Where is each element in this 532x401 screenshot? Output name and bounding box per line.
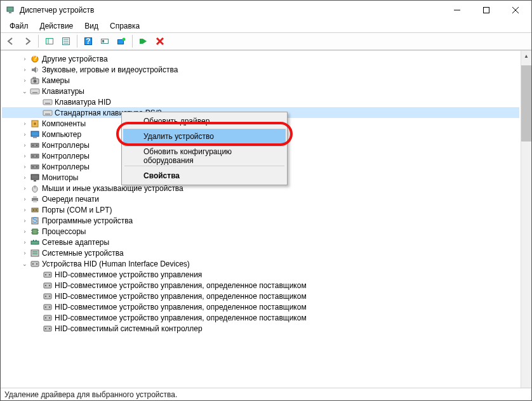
expand-icon[interactable]: › [20,164,30,170]
svg-rect-44 [36,145,37,146]
tree-node[interactable]: ›Клавиатура HID [2,96,519,107]
svg-rect-52 [34,180,36,181]
menu-view[interactable]: Вид [79,20,103,32]
tree-node[interactable]: ›HID-совместимое устройство управления, … [2,291,519,301]
net-icon [30,237,40,247]
expand-icon[interactable]: › [20,174,30,181]
expand-icon[interactable]: › [20,77,30,84]
tree-node[interactable]: ›HID-совместимое устройство управления, … [2,280,519,291]
expand-icon[interactable]: › [20,185,30,192]
help-button[interactable]: ? [81,34,96,48]
tree-node[interactable]: ›Очереди печати [2,194,519,204]
tree-node[interactable]: ›Звуковые, игровые и видеоустройства [2,64,519,75]
expand-icon[interactable]: › [20,153,30,159]
ctx-uninstall-device[interactable]: Удалить устройство [123,129,286,144]
svg-point-76 [36,263,37,264]
tree-node[interactable]: ⌄Устройства HID (Human Interface Devices… [2,258,519,269]
soft-icon: S [30,216,40,226]
tree-node[interactable]: ›HID-совместимое устройство управления [2,269,519,280]
vertical-scrollbar[interactable]: ▲ [521,51,531,388]
expand-icon[interactable]: › [20,228,30,235]
hid-icon [30,259,40,269]
tree-node-label: Устройства HID (Human Interface Devices) [42,260,190,268]
other-icon: ? [30,54,40,64]
svg-rect-42 [31,143,39,147]
ctx-update-driver[interactable]: Обновить драйвер [123,114,286,129]
svg-rect-37 [45,114,50,115]
expand-icon[interactable]: › [20,121,30,127]
scan-hardware-button[interactable] [97,34,112,48]
tree-node-label: Порты (COM и LPT) [42,206,112,214]
expand-icon[interactable]: › [20,239,30,246]
tree-node-label: Другие устройства [42,55,108,63]
svg-rect-3 [484,8,489,13]
collapse-icon[interactable]: ⌄ [20,88,30,95]
svg-rect-40 [31,131,39,136]
svg-rect-50 [36,166,37,168]
tree-node[interactable]: ›?Другие устройства [2,53,519,64]
ctx-scan-hardware[interactable]: Обновить конфигурацию оборудования [123,148,286,164]
hid-icon [43,313,53,323]
svg-rect-6 [46,39,53,44]
uninstall-button[interactable] [152,34,168,48]
tree-node-label: Сетевые адаптеры [42,238,109,247]
tree-node[interactable]: ›Камеры [2,75,519,86]
expand-icon[interactable]: › [20,218,30,224]
tree-node[interactable]: ›HID-совместимое устройство управления, … [2,301,519,312]
tree-node[interactable]: ›HID-совместимый системный контроллер [2,323,519,334]
tree-node-label: Мониторы [42,173,78,182]
svg-rect-72 [32,251,37,253]
svg-point-75 [32,263,34,264]
svg-rect-56 [33,196,37,198]
enable-button[interactable] [136,34,151,48]
tree-node[interactable]: ⌄Клавиатуры [2,86,519,96]
svg-rect-43 [32,145,34,146]
expand-icon[interactable]: › [20,67,30,73]
scrollbar-thumb[interactable] [521,65,531,141]
collapse-icon[interactable]: ⌄ [20,261,30,267]
tree-node[interactable]: ›Порты (COM и LPT) [2,204,519,215]
update-driver-button[interactable] [114,34,129,48]
properties-button[interactable] [58,34,74,48]
mouse-icon [30,183,40,194]
close-button[interactable] [501,1,530,20]
tree-node[interactable]: ›SПрограммные устройства [2,215,519,226]
controller-icon [30,140,40,150]
menu-help[interactable]: Справка [105,20,145,32]
scroll-up-icon[interactable]: ▲ [521,51,531,62]
expand-icon[interactable]: › [20,131,30,138]
svg-rect-58 [32,208,38,212]
ctx-separator [124,166,284,166]
hid-icon [43,291,53,301]
tree-node[interactable]: ›Сетевые адаптеры [2,237,519,247]
tree-node[interactable]: ›HID-совместимое устройство управления, … [2,312,519,323]
expand-icon[interactable]: › [20,207,30,213]
toolbar-separator [77,35,77,48]
toolbar: ? [1,32,531,50]
svg-rect-15 [102,40,104,43]
maximize-button[interactable] [472,1,501,20]
expand-icon[interactable]: › [20,196,30,202]
device-tree[interactable]: ›?Другие устройства›Звуковые, игровые и … [1,51,521,388]
forward-button[interactable] [20,34,35,48]
expand-icon[interactable]: › [20,250,30,256]
svg-point-78 [45,273,46,275]
minimize-button[interactable] [442,1,472,20]
tree-node[interactable]: ›Системные устройства [2,247,519,258]
tree-node-label: HID-совместимое устройство управления, о… [55,313,307,322]
expand-icon[interactable]: › [20,56,30,62]
hid-icon [43,324,53,334]
content-area: ›?Другие устройства›Звуковые, игровые и … [1,50,531,388]
show-hide-panel-button[interactable] [42,34,57,48]
ctx-properties[interactable]: Свойства [123,168,286,183]
svg-point-90 [45,317,46,318]
menu-action[interactable]: Действие [35,20,79,32]
menu-file[interactable]: Файл [4,20,34,32]
tree-node-label: Клавиатура HID [55,98,111,107]
svg-point-81 [45,284,46,286]
expand-icon[interactable]: › [20,142,30,148]
svg-rect-45 [31,154,39,158]
tree-node[interactable]: ›Процессоры [2,226,519,237]
svg-rect-18 [140,39,143,44]
back-button[interactable] [3,34,18,48]
